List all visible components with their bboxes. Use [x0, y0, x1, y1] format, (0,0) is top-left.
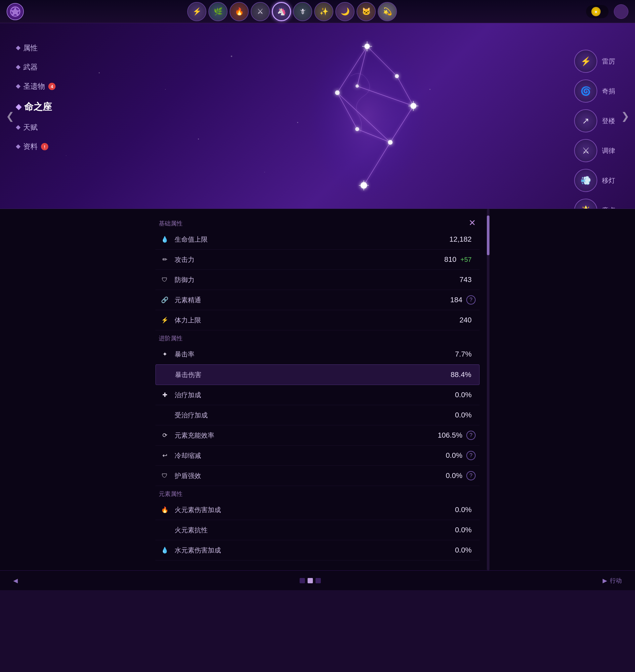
nav-diamond-icon	[16, 104, 22, 110]
nav-item-tiancai[interactable]: 天赋	[17, 123, 56, 132]
stat-row-crit_rate: ✦暴击率7.7%	[155, 344, 480, 364]
prev-arrow-icon: ◀	[13, 577, 18, 584]
stat-icon-stamina: ⚡	[159, 315, 170, 326]
stat-icon-crit_rate: ✦	[159, 349, 170, 359]
stat-row-hp: 💧生命值上限12,182	[155, 229, 480, 250]
stat-help-cooldown[interactable]: ?	[466, 451, 476, 460]
character-icon-4[interactable]: ⚔	[251, 2, 270, 21]
stat-icon-energy_rech: ⟳	[159, 430, 170, 441]
character-icon-8[interactable]: 🌙	[335, 2, 354, 21]
stat-value-pyro_res: 0.0%	[455, 526, 472, 534]
skill-label: 调律	[602, 146, 615, 155]
stat-row-heal_bonus: ✚治疗加成0.0%	[155, 385, 480, 405]
page-dot-3	[315, 578, 321, 583]
character-icon-10[interactable]: 💫	[378, 2, 397, 21]
stat-icon-mastery: 🔗	[159, 295, 170, 305]
stat-name-mastery: 元素精通	[175, 296, 450, 304]
nav-item-label: 武器	[23, 62, 38, 72]
stat-row-cooldown: ↩冷却缩减0.0%?	[155, 445, 480, 466]
nav-item-label: 命之座	[24, 101, 52, 113]
stat-row-crit_dmg: 暴击伤害88.4%	[155, 364, 480, 385]
nav-diamond-icon	[16, 125, 21, 130]
top-bar: ⚡🌿🔥⚔🦄🗡✨🌙🐱💫 ●	[0, 0, 635, 23]
right-skills: ⚡雷厉🌀奇捐↗登楼⚔调律💨移灯🌟廉贞	[574, 50, 615, 209]
character-icons: ⚡🌿🔥⚔🦄🗡✨🌙🐱💫	[187, 2, 397, 21]
scroll-track[interactable]	[487, 209, 489, 570]
stat-icon-atk: ✏	[159, 254, 170, 265]
stat-row-mastery: 🔗元素精通184?	[155, 290, 480, 310]
skill-label: 移灯	[602, 176, 615, 185]
prev-character-arrow[interactable]: ❮	[3, 106, 17, 126]
stat-name-hp: 生命值上限	[175, 235, 450, 244]
skill-circle-icon: ↗	[574, 109, 597, 132]
stat-name-pyro_res: 火元素抗性	[175, 526, 455, 534]
stat-row-hydro_dmg: 💧水元素伤害加成0.0%	[155, 540, 480, 561]
next-page-button[interactable]: ▶ 行动	[603, 577, 622, 585]
character-icon-1[interactable]: ⚡	[187, 2, 206, 21]
character-icon-9[interactable]: 🐱	[356, 2, 376, 21]
skill-item-leihou[interactable]: ⚡雷厉	[574, 50, 615, 73]
stat-icon-shield: 🛡	[159, 470, 170, 481]
skill-item-qijuan[interactable]: 🌀奇捐	[574, 80, 615, 103]
nav-diamond-icon	[16, 46, 21, 50]
skill-item-tiaolv[interactable]: ⚔调律	[574, 139, 615, 162]
stats-panel: ✕ 基础属性💧生命值上限12,182✏攻击力810+57🛡防御力743🔗元素精通…	[0, 209, 635, 570]
stat-value-hp: 12,182	[450, 235, 472, 244]
skill-item-yideng[interactable]: 💨移灯	[574, 169, 615, 192]
stat-value-cooldown: 0.0%	[446, 451, 462, 460]
stat-row-pyro_dmg: 🔥火元素伤害加成0.0%	[155, 500, 480, 520]
nav-item-wuqi[interactable]: 武器	[17, 62, 56, 72]
stat-help-mastery[interactable]: ?	[466, 295, 476, 304]
stat-name-shield: 护盾强效	[175, 471, 446, 480]
nav-item-shengyiwu[interactable]: 圣遗物4	[17, 81, 56, 91]
stat-row-pyro_res: 火元素抗性0.0%	[155, 520, 480, 540]
stat-icon-heal_recv	[159, 410, 170, 420]
skill-label: 雷厉	[602, 57, 615, 66]
next-character-arrow[interactable]: ❯	[618, 106, 632, 126]
nav-badge: !	[41, 143, 48, 150]
nav-item-mingzhizuo[interactable]: 命之座	[17, 101, 56, 113]
nav-item-label: 属性	[23, 43, 38, 53]
stat-value-shield: 0.0%	[446, 471, 462, 480]
nav-diamond-icon	[16, 65, 21, 69]
stat-name-heal_bonus: 治疗加成	[175, 391, 455, 400]
stat-value-heal_bonus: 0.0%	[455, 391, 472, 399]
page-dots	[300, 578, 321, 583]
skill-item-lianzhen[interactable]: 🌟廉贞	[574, 198, 615, 209]
stat-icon-def: 🛡	[159, 274, 170, 285]
character-icon-3[interactable]: 🔥	[229, 2, 249, 21]
skill-label: 奇捐	[602, 87, 615, 96]
close-button[interactable]	[614, 4, 628, 19]
skill-circle-icon: 🌟	[574, 198, 597, 209]
stat-value-pyro_dmg: 0.0%	[455, 505, 472, 514]
svg-point-14	[395, 74, 399, 78]
stat-row-atk: ✏攻击力810+57	[155, 250, 480, 270]
character-icon-2[interactable]: 🌿	[209, 2, 227, 21]
skill-circle-icon: ⚔	[574, 139, 597, 162]
nav-item-ziliao[interactable]: 资料!	[17, 142, 56, 152]
stat-name-cooldown: 冷却缩减	[175, 451, 446, 460]
stat-name-def: 防御力	[175, 275, 459, 285]
nav-item-shuxing[interactable]: 属性	[17, 43, 56, 53]
character-icon-5[interactable]: 🦄	[272, 2, 291, 21]
character-icon-7[interactable]: ✨	[314, 2, 333, 21]
stat-name-pyro_dmg: 火元素伤害加成	[175, 505, 455, 514]
stat-value-atk: 810	[444, 255, 456, 264]
stat-help-shield[interactable]: ?	[466, 471, 476, 480]
character-icon-6[interactable]: 🗡	[293, 2, 312, 21]
page-dot-2	[308, 578, 313, 583]
svg-point-22	[355, 84, 359, 88]
bottom-bar: ◀ ▶ 行动	[0, 570, 635, 590]
page-dot-1	[300, 578, 305, 583]
scroll-thumb	[487, 215, 489, 255]
nav-diamond-icon	[16, 84, 21, 89]
stat-help-energy_rech[interactable]: ?	[466, 431, 476, 440]
stat-icon-cooldown: ↩	[159, 450, 170, 461]
close-panel-button[interactable]: ✕	[465, 215, 480, 230]
stat-icon-heal_bonus: ✚	[159, 390, 170, 400]
stat-value-mastery: 184	[450, 296, 462, 304]
prev-page-button[interactable]: ◀	[13, 577, 18, 584]
stat-name-crit_dmg: 暴击伤害	[175, 371, 451, 379]
stat-row-heal_recv: 受治疗加成0.0%	[155, 405, 480, 425]
skill-item-denglou[interactable]: ↗登楼	[574, 109, 615, 132]
